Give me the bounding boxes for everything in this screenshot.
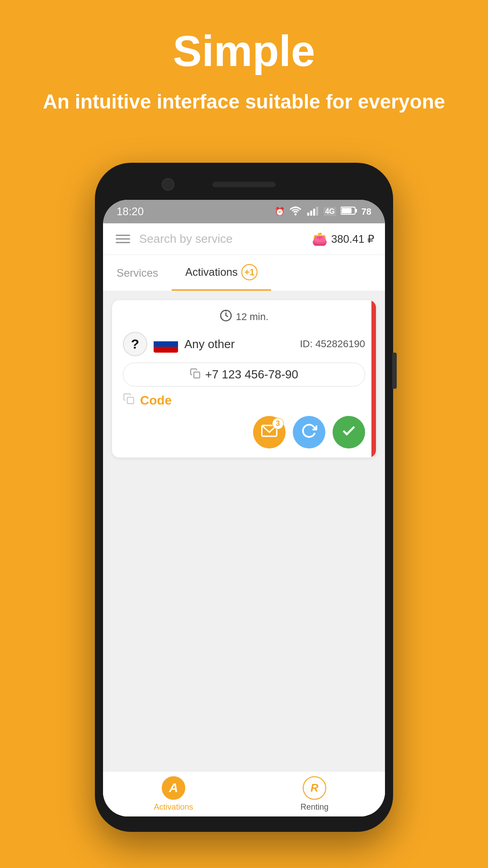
svg-rect-9	[194, 372, 200, 378]
app-topbar: Search by service 👛 380.41 ₽	[103, 223, 385, 255]
wallet-area: 👛 380.41 ₽	[312, 231, 374, 246]
svg-point-0	[295, 213, 297, 215]
page-subtitle: An intuitive interface suitable for ever…	[36, 89, 452, 114]
tab-services-label: Services	[117, 267, 158, 279]
service-app-icon: ?	[123, 332, 147, 356]
wallet-balance: 380.41 ₽	[331, 233, 374, 245]
messages-button[interactable]: 3	[253, 416, 286, 448]
menu-line-3	[116, 242, 130, 243]
country-flag-russia	[154, 335, 178, 353]
svg-rect-3	[314, 208, 315, 215]
code-area: Code	[123, 393, 365, 408]
app-content: Search by service 👛 380.41 ₽ Services Ac…	[103, 223, 385, 816]
phone-top-bar	[103, 171, 385, 198]
camera-icon	[162, 178, 174, 191]
nav-renting[interactable]: R Renting	[244, 772, 385, 816]
wallet-icon: 👛	[312, 231, 328, 246]
menu-button[interactable]	[114, 233, 132, 245]
renting-nav-icon: R	[303, 776, 326, 800]
card-status-accent	[371, 300, 376, 458]
timer-icon	[220, 309, 232, 325]
flag-stripe-blue	[154, 341, 178, 347]
activations-nav-icon: A	[162, 776, 185, 800]
activation-card: 12 min. ?	[112, 300, 376, 458]
svg-rect-6	[356, 209, 357, 212]
service-info-left: ? Any other	[123, 332, 235, 356]
svg-rect-1	[307, 212, 309, 216]
message-count-badge: 3	[272, 418, 284, 429]
status-time: 18:20	[117, 205, 144, 218]
tab-services[interactable]: Services	[103, 255, 172, 291]
flag-stripe-white	[154, 335, 178, 341]
tab-activations-label: Activations	[185, 266, 238, 278]
bottom-nav: A Activations R Renting	[103, 771, 385, 816]
wifi-icon	[289, 206, 302, 218]
card-timer: 12 min.	[123, 309, 365, 325]
activations-badge: +1	[241, 264, 258, 280]
card-service-row: ? Any other ID: 452826190	[123, 332, 365, 356]
renting-nav-label: Renting	[300, 802, 328, 812]
refresh-icon	[301, 423, 317, 442]
menu-line-1	[116, 235, 130, 236]
side-button	[392, 353, 397, 389]
phone-screen: 18:20 ⏰	[103, 200, 385, 816]
service-name: Any other	[184, 337, 235, 351]
app-tabs: Services Activations +1	[103, 255, 385, 291]
page-background: Simple An intuitive interface suitable f…	[0, 0, 488, 868]
service-id: ID: 452826190	[300, 338, 365, 350]
complete-button[interactable]	[333, 416, 365, 448]
svg-rect-4	[316, 207, 318, 216]
status-bar: 18:20 ⏰	[103, 200, 385, 223]
checkmark-icon	[341, 423, 357, 442]
code-label: Code	[140, 393, 172, 408]
activations-nav-label: Activations	[154, 802, 193, 812]
svg-rect-10	[127, 397, 134, 404]
network-badge: 4G	[324, 207, 336, 216]
alarm-icon: ⏰	[275, 207, 285, 217]
phone-number-pill[interactable]: +7 123 456-78-90	[123, 363, 365, 387]
copy-phone-icon	[190, 368, 201, 382]
svg-rect-7	[342, 208, 352, 213]
timer-value: 12 min.	[236, 311, 268, 323]
app-main: 12 min. ?	[103, 291, 385, 771]
status-icons: ⏰	[275, 206, 371, 218]
page-header: Simple An intuitive interface suitable f…	[0, 0, 488, 132]
copy-code-icon	[123, 393, 135, 408]
phone-mockup: 18:20 ⏰	[95, 163, 393, 832]
svg-rect-2	[310, 211, 312, 216]
action-buttons: 3	[123, 416, 365, 448]
battery-icon	[341, 206, 357, 217]
phone-number: +7 123 456-78-90	[205, 368, 298, 382]
phone-outer-shell: 18:20 ⏰	[95, 163, 393, 832]
menu-line-2	[116, 238, 130, 240]
refresh-button[interactable]	[293, 416, 325, 448]
flag-stripe-red	[154, 347, 178, 353]
nav-activations[interactable]: A Activations	[103, 772, 244, 816]
search-input[interactable]: Search by service	[139, 232, 305, 246]
battery-level: 78	[361, 207, 371, 217]
signal-icon	[306, 206, 319, 218]
page-title: Simple	[36, 27, 452, 75]
speaker-bar	[212, 182, 276, 187]
tab-activations[interactable]: Activations +1	[172, 255, 271, 291]
